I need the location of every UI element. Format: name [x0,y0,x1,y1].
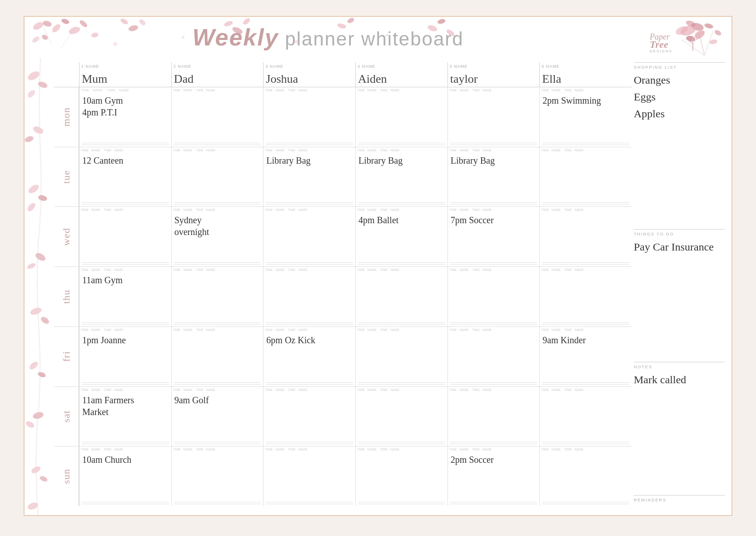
floral-left-decoration [25,17,54,515]
cell-line [82,204,169,205]
day-cell-fri-3[interactable]: TIME NAME TIME NAME 6pm Oz Kick [263,327,355,386]
day-label-tue: tue [54,147,79,207]
cell-line [174,442,261,442]
cell-mini-label: TIME NAME TIME NAME [541,388,583,391]
cell-line [358,504,445,504]
day-cell-sun-1[interactable]: TIME NAME TIME NAME 10am Church [79,446,171,506]
day-cell-thu-6[interactable]: TIME NAME TIME NAME [539,267,632,326]
cell-content-tue-4: Library Bag [358,155,445,166]
day-cell-fri-4[interactable]: TIME NAME TIME NAME [355,327,448,386]
day-cell-wed-1[interactable]: TIME NAME TIME NAME [79,207,171,266]
day-cell-fri-2[interactable]: TIME NAME TIME NAME [171,327,264,386]
day-cell-sat-1[interactable]: TIME NAME TIME NAME 11am FarmersMarket [79,387,171,446]
day-cell-wed-2[interactable]: TIME NAME TIME NAME Sydneyovernight [171,207,264,266]
day-cell-sat-4[interactable]: TIME NAME TIME NAME [355,387,448,446]
svg-point-40 [27,183,40,195]
day-cell-thu-5[interactable]: TIME NAME TIME NAME [448,267,540,326]
cell-line [450,322,537,323]
day-cell-mon-4[interactable]: TIME NAME TIME NAME [355,87,448,147]
cell-lines-sun-1 [80,502,171,506]
day-cell-mon-3[interactable]: TIME NAME TIME NAME [263,87,355,147]
day-cell-fri-1[interactable]: TIME NAME TIME NAME 1pm Joanne [79,327,171,386]
person-num-4: 4 NAME [358,64,376,69]
svg-point-38 [32,125,45,135]
cell-line [542,322,629,323]
person-num-5: 5 NAME [450,64,468,69]
cell-line [542,504,629,504]
day-cell-tue-6[interactable]: TIME NAME TIME NAME [539,147,632,207]
cell-line [174,322,261,323]
planner-grid: 1 NAME Mum 2 NAME Dad 3 NAME Joshua 4 NA… [54,62,632,506]
day-cell-sat-2[interactable]: TIME NAME TIME NAME 9am Golf [171,387,264,446]
day-cell-sun-3[interactable]: TIME NAME TIME NAME [263,446,355,506]
cell-lines-tue-1 [80,202,171,206]
day-cell-tue-2[interactable]: TIME NAME TIME NAME [171,147,264,207]
cell-mini-label: TIME NAME TIME NAME [357,89,399,92]
cell-content-thu-1: 11am Gym [82,274,169,286]
cell-line [450,204,537,205]
day-cell-tue-4[interactable]: TIME NAME TIME NAME Library Bag [355,147,448,207]
cell-content-mon-1: 10am Gym4pm P.T.I [82,95,169,118]
cell-line [174,384,261,385]
day-cell-wed-3[interactable]: TIME NAME TIME NAME [263,207,355,266]
day-cell-sat-3[interactable]: TIME NAME TIME NAME [263,387,355,446]
day-cell-mon-1[interactable]: TIME NAME TIME NAME 10am Gym4pm P.T.I [79,87,171,147]
day-cell-thu-4[interactable]: TIME NAME TIME NAME [355,267,448,326]
day-cell-thu-1[interactable]: TIME NAME TIME NAME 11am Gym [79,267,171,326]
shopping-item-3[interactable]: Apples [634,107,725,121]
day-cell-tue-1[interactable]: TIME NAME TIME NAME 12 Canteen [79,147,171,207]
cell-lines-wed-3 [264,262,355,266]
person-num-2: 2 NAME [174,64,192,69]
person-num-1: 1 NAME [81,64,99,69]
day-cell-mon-2[interactable]: TIME NAME TIME NAME [171,87,264,147]
day-cell-mon-6[interactable]: TIME NAME TIME NAME 2pm Swimming [539,87,632,147]
cell-content-sat-1: 11am FarmersMarket [82,394,169,418]
day-cell-wed-4[interactable]: TIME NAME TIME NAME 4pm Ballet [355,207,448,266]
day-cell-mon-5[interactable]: TIME NAME TIME NAME [448,87,540,147]
shopping-item-2[interactable]: Eggs [634,90,725,104]
day-cell-fri-5[interactable]: TIME NAME TIME NAME [448,327,540,386]
svg-point-47 [28,361,39,371]
day-cell-thu-3[interactable]: TIME NAME TIME NAME [263,267,355,326]
cell-line [358,143,445,143]
cell-mini-label: TIME NAME TIME NAME [449,268,492,271]
cell-line [266,322,353,323]
cell-content-tue-5: Library Bag [451,155,537,166]
svg-point-39 [25,135,34,143]
cell-line [542,262,629,263]
cell-mini-label: TIME NAME TIME NAME [173,268,215,271]
cell-lines-tue-3 [264,202,355,206]
cell-line [542,204,629,205]
reminders-title: REMINDERS [634,498,725,502]
things-to-do-item-1[interactable]: Pay Car Insurance [634,240,725,254]
day-text-tue: tue [60,170,72,184]
day-cell-thu-2[interactable]: TIME NAME TIME NAME [171,267,264,326]
cell-lines-sun-3 [264,502,355,506]
cell-line [542,444,629,444]
day-cell-sun-5[interactable]: TIME NAME TIME NAME 2pm Soccer [448,446,540,506]
day-cell-sat-6[interactable]: TIME NAME TIME NAME [539,387,632,446]
day-label-sun: sun [54,446,79,506]
cell-mini-label: TIME NAME TIME NAME [173,208,215,211]
cell-line [82,202,169,203]
shopping-item-1[interactable]: Oranges [634,73,725,87]
day-cell-sat-5[interactable]: TIME NAME TIME NAME [448,387,540,446]
notes-item-1[interactable]: Mark called [634,373,725,387]
cell-line [82,382,169,383]
logo-area: Paper Tree DESIGNS [634,21,725,58]
day-cell-fri-6[interactable]: TIME NAME TIME NAME 9am Kinder [539,327,632,386]
title-rest: planner whiteboard [279,28,464,50]
cell-lines-tue-5 [448,202,540,206]
day-cell-tue-3[interactable]: TIME NAME TIME NAME Library Bag [263,147,355,207]
cell-lines-wed-2 [172,262,264,266]
day-cell-wed-6[interactable]: TIME NAME TIME NAME [539,207,632,266]
day-cell-sun-6[interactable]: TIME NAME TIME NAME [539,446,632,506]
day-cell-sun-2[interactable]: TIME NAME TIME NAME [171,446,264,506]
cell-line [542,324,629,325]
svg-point-37 [26,89,37,99]
cell-line [450,504,537,504]
day-cell-wed-5[interactable]: TIME NAME TIME NAME 7pm Soccer [448,207,540,266]
cell-content-wed-5: 7pm Soccer [451,214,537,226]
day-cell-sun-4[interactable]: TIME NAME TIME NAME [355,446,448,506]
day-cell-tue-5[interactable]: TIME NAME TIME NAME Library Bag [448,147,540,207]
